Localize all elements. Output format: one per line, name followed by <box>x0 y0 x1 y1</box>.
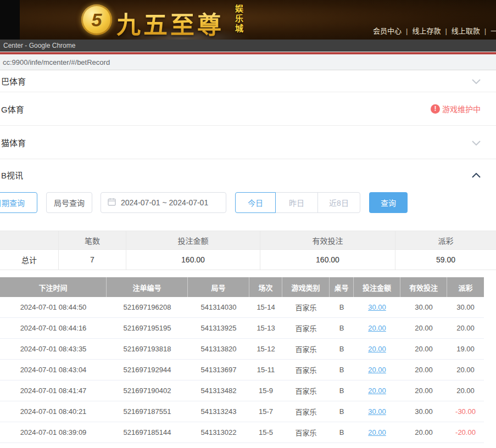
search-button[interactable]: 查询 <box>369 192 408 213</box>
accordion-item-sport-3[interactable]: 猫体育 <box>0 126 496 159</box>
quick-range-group: 今日 昨日 近8日 <box>235 192 360 213</box>
bet-amount-link[interactable]: 20.00 <box>368 387 386 395</box>
recent8-button[interactable]: 近8日 <box>317 192 360 213</box>
maintenance-notice: ! 游戏维护中 <box>431 103 481 114</box>
accordion-label: 猫体育 <box>1 137 26 148</box>
game-type: 百家乐 <box>282 422 330 443</box>
accordion-item-video[interactable]: B视讯 <box>0 159 496 190</box>
summary-header-payout: 派彩 <box>395 231 496 250</box>
bet-amount-link[interactable]: 20.00 <box>368 324 386 332</box>
bet-amount-link[interactable]: 30.00 <box>368 303 386 311</box>
bet-time: 2024-07-01 08:43:35 <box>0 339 107 359</box>
address-bar[interactable]: cc:9900/infe/mcenter/#/betRecord <box>0 54 496 70</box>
bet-amount-link[interactable]: 20.00 <box>368 366 386 374</box>
session: 15-14 <box>249 297 282 317</box>
nav-divider: | <box>445 27 447 35</box>
summary-bet-amount-value: 160.00 <box>126 250 260 270</box>
valid-bet: 20.00 <box>400 380 447 401</box>
table-code: B <box>330 318 354 338</box>
game-type: 百家乐 <box>282 380 330 401</box>
window-title: Center - Google Chrome <box>3 42 75 49</box>
session: 15-7 <box>249 401 282 422</box>
round-id: 541313022 <box>188 422 249 443</box>
valid-bet: 30.00 <box>400 401 447 422</box>
summary-header-empty <box>0 231 59 250</box>
valid-bet: 20.00 <box>400 318 447 338</box>
chevron-down-icon <box>472 138 481 147</box>
accordion-item-sport-1[interactable]: 巴体育 <box>0 70 496 92</box>
round-id: 541313482 <box>188 380 249 401</box>
round-id: 541313243 <box>188 401 249 422</box>
session: 15-13 <box>249 318 282 338</box>
col-bet-time: 下注时间 <box>0 277 107 297</box>
payout-cell: -30.00 <box>447 401 484 422</box>
session: 15-11 <box>249 360 282 380</box>
nav-divider: | <box>484 27 486 35</box>
date-range-input[interactable]: 2024-07-01 ~ 2024-07-01 <box>101 192 226 213</box>
date-query-button[interactable]: 日期查询 <box>0 192 37 213</box>
nav-divider: | <box>406 27 408 35</box>
col-game-type: 游戏类别 <box>282 277 330 297</box>
nav-online-withdraw[interactable]: 线上取款 <box>452 27 480 35</box>
payout-cell: 30.00 <box>447 297 484 317</box>
valid-bet: 20.00 <box>400 422 447 443</box>
alert-exclamation-icon: ! <box>431 104 440 114</box>
nav-one-key[interactable]: 一键 <box>491 27 496 35</box>
summary-total-label: 总计 <box>0 250 59 270</box>
table-code: B <box>330 422 354 443</box>
table-code: B <box>330 380 354 401</box>
bet-time: 2024-07-01 08:39:09 <box>0 422 107 443</box>
nav-member-center[interactable]: 会员中心 <box>373 27 402 35</box>
valid-bet: 30.00 <box>400 297 447 317</box>
payout-cell: 20.00 <box>447 318 484 338</box>
screen-corner-block <box>0 0 20 40</box>
accordion-item-sport-2[interactable]: G体育 ! 游戏维护中 <box>0 92 496 126</box>
table-row: 2024-07-01 08:44:16 521697195195 5413139… <box>0 318 484 339</box>
session: 15-5 <box>249 422 282 443</box>
window-titlebar: Center - Google Chrome <box>0 40 496 52</box>
valid-bet: 20.00 <box>400 339 447 359</box>
today-button[interactable]: 今日 <box>235 192 276 213</box>
payout-cell: 20.00 <box>447 380 484 401</box>
round-id: 541313820 <box>188 339 249 359</box>
bet-id: 521697185144 <box>107 422 188 443</box>
round-query-button[interactable]: 局号查询 <box>46 192 92 213</box>
table-code: B <box>330 360 354 380</box>
bet-time: 2024-07-01 08:41:47 <box>0 380 107 401</box>
bet-amount-link[interactable]: 20.00 <box>368 345 386 353</box>
game-type: 百家乐 <box>282 360 330 380</box>
yesterday-button[interactable]: 昨日 <box>275 192 318 213</box>
session: 15-12 <box>249 339 282 359</box>
bet-amount-link[interactable]: 20.00 <box>368 428 386 436</box>
bet-time: 2024-07-01 08:43:04 <box>0 360 107 380</box>
nav-online-deposit[interactable]: 线上存款 <box>412 27 441 35</box>
casino-logo-subtitle: 娱乐城 <box>233 4 244 34</box>
summary-table: 笔数 投注金额 有效投注 派彩 总计 7 160.00 160.00 59.00 <box>0 231 496 270</box>
col-table: 桌号 <box>330 277 354 297</box>
summary-header-count: 笔数 <box>59 231 126 250</box>
table-row: 2024-07-01 08:43:04 521697192944 5413136… <box>0 360 484 380</box>
col-bet-amount: 投注金额 <box>354 277 400 297</box>
accordion-label: G体育 <box>1 103 24 115</box>
col-session: 场次 <box>249 277 282 297</box>
table-code: B <box>330 297 354 317</box>
coin-logo-icon: 5 <box>81 4 112 35</box>
table-row: 2024-07-01 08:41:47 521697190402 5413134… <box>0 380 484 401</box>
bet-record-table: 下注时间 注单编号 局号 场次 游戏类别 桌号 投注金额 有效投注 派彩 202… <box>0 277 484 443</box>
game-type: 百家乐 <box>282 297 330 317</box>
bet-id: 521697187551 <box>107 401 188 422</box>
table-row: 2024-07-01 08:39:09 521697185144 5413130… <box>0 422 484 443</box>
session: 15-9 <box>249 380 282 401</box>
payout-cell: 19.00 <box>447 339 484 359</box>
bet-table-header: 下注时间 注单编号 局号 场次 游戏类别 桌号 投注金额 有效投注 派彩 <box>0 277 484 297</box>
round-id: 541313925 <box>188 318 249 338</box>
date-range-value: 2024-07-01 ~ 2024-07-01 <box>121 198 208 207</box>
summary-payout-value: 59.00 <box>395 250 496 270</box>
bet-id: 521697193818 <box>107 339 188 359</box>
banner-nav: 会员中心|线上存款|线上取款|一键 <box>373 25 496 36</box>
table-code: B <box>330 401 354 422</box>
bet-amount-link[interactable]: 30.00 <box>368 407 386 416</box>
filter-bar: 日期查询 局号查询 2024-07-01 ~ 2024-07-01 今日 昨日 … <box>0 190 496 215</box>
valid-bet: 20.00 <box>400 360 447 380</box>
payout-cell: 20.00 <box>447 360 484 380</box>
